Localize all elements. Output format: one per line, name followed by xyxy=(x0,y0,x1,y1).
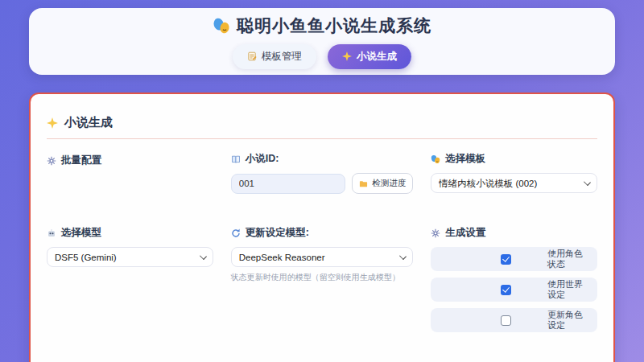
novel-id-input[interactable] xyxy=(231,174,346,194)
generation-settings: 生成设置 使用角色状态 使用世界设定 更新角色设定 xyxy=(431,226,597,339)
batch-config-label: 批量配置 xyxy=(47,154,213,167)
sparkle-icon xyxy=(342,51,352,61)
template-select-field: 选择模板 情绪内核小说模板 (002) xyxy=(431,152,597,193)
checkbox[interactable] xyxy=(501,254,511,265)
model-select-field: 选择模型 DSF5 (Gemini) xyxy=(47,226,213,267)
gear-icon xyxy=(431,228,440,238)
template-select-label: 选择模板 xyxy=(431,152,597,166)
checkbox[interactable] xyxy=(501,285,511,295)
template-select[interactable]: 情绪内核小说模板 (002) xyxy=(431,173,597,193)
template-manage-button[interactable]: 模板管理 xyxy=(233,44,316,69)
novel-id-label: 小说ID: xyxy=(231,152,414,166)
page-title-text: 聪明小鱼鱼小说生成系统 xyxy=(237,14,431,37)
novel-id-field: 小说ID: 检测进度 xyxy=(231,152,414,194)
batch-config: 批量配置 xyxy=(47,152,213,175)
header-card: 聪明小鱼鱼小说生成系统 模板管理 小说生成 xyxy=(29,8,615,75)
refresh-icon xyxy=(231,228,241,238)
masks-icon xyxy=(431,154,440,164)
robot-icon xyxy=(47,228,56,238)
model-select[interactable]: DSF5 (Gemini) xyxy=(47,247,213,267)
update-model-field: 更新设定模型: DeepSeek Reasoner 状态更新时使用的模型（留空则… xyxy=(231,226,414,283)
option-update-character-setting[interactable]: 更新角色设定 xyxy=(431,308,597,332)
folder-icon xyxy=(359,179,368,188)
option-use-character-status[interactable]: 使用角色状态 xyxy=(431,247,597,271)
section-title: 小说生成 xyxy=(47,110,597,139)
update-model-hint: 状态更新时使用的模型（留空则使用生成模型） xyxy=(231,272,414,283)
update-model-select[interactable]: DeepSeek Reasoner xyxy=(231,247,414,267)
generation-settings-label: 生成设置 xyxy=(431,226,597,240)
main-nav: 模板管理 小说生成 xyxy=(233,44,411,69)
masks-icon xyxy=(213,17,230,35)
option-use-world-setting[interactable]: 使用世界设定 xyxy=(431,278,597,302)
book-icon xyxy=(231,154,241,164)
check-progress-button[interactable]: 检测进度 xyxy=(352,173,413,194)
sparkle-icon xyxy=(47,117,58,129)
update-model-label: 更新设定模型: xyxy=(231,226,414,240)
novel-generation-panel: 小说生成 批量配置 小说ID: 检测进度 xyxy=(29,93,615,362)
novel-generate-button[interactable]: 小说生成 xyxy=(328,44,411,69)
checkbox[interactable] xyxy=(501,315,511,326)
page-title: 聪明小鱼鱼小说生成系统 xyxy=(213,14,431,37)
model-select-label: 选择模型 xyxy=(47,226,213,240)
memo-icon xyxy=(247,51,257,61)
gear-icon xyxy=(47,156,56,166)
